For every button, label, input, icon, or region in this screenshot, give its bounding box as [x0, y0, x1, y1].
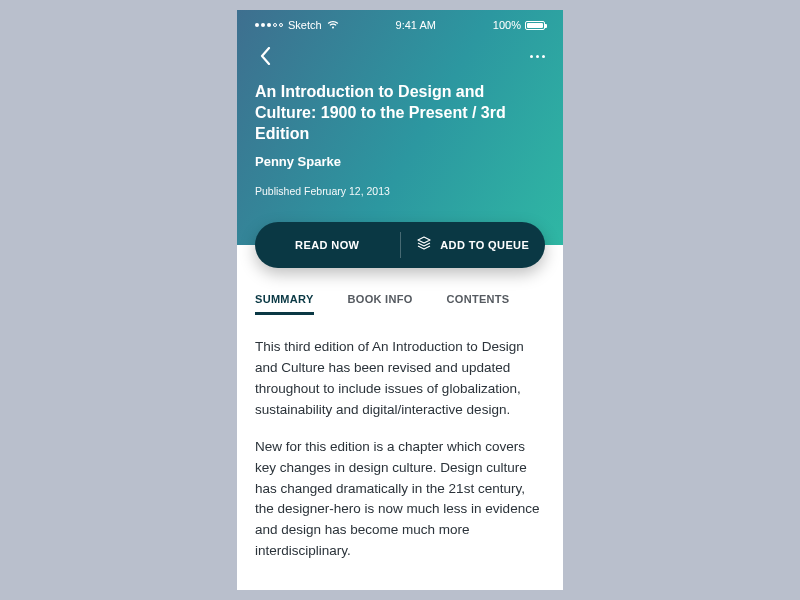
phone-frame: Sketch 9:41 AM 100% An Introduction to D… [237, 10, 563, 590]
tab-contents[interactable]: CONTENTS [447, 293, 510, 315]
more-button[interactable] [530, 49, 545, 64]
read-now-button[interactable]: READ NOW [255, 222, 400, 268]
tab-row: SUMMARY BOOK INFO CONTENTS [255, 293, 545, 315]
action-bar: READ NOW ADD TO QUEUE [255, 222, 545, 268]
summary-body: This third edition of An Introduction to… [255, 337, 545, 562]
add-to-queue-label: ADD TO QUEUE [440, 239, 529, 251]
hero-section: Sketch 9:41 AM 100% An Introduction to D… [237, 10, 563, 245]
book-author: Penny Sparke [255, 154, 545, 169]
read-now-label: READ NOW [295, 239, 359, 251]
content-area: SUMMARY BOOK INFO CONTENTS This third ed… [237, 245, 563, 590]
status-bar: Sketch 9:41 AM 100% [255, 16, 545, 34]
tab-summary[interactable]: SUMMARY [255, 293, 314, 315]
back-button[interactable] [255, 46, 275, 66]
add-to-queue-button[interactable]: ADD TO QUEUE [401, 222, 546, 268]
bottom-fade [237, 564, 563, 590]
book-published: Published February 12, 2013 [255, 185, 545, 197]
status-left: Sketch [255, 19, 339, 31]
book-title: An Introduction to Design and Culture: 1… [255, 82, 515, 144]
queue-icon [416, 236, 432, 254]
status-right: 100% [493, 19, 545, 31]
summary-paragraph: This third edition of An Introduction to… [255, 337, 545, 421]
signal-dots-icon [255, 23, 283, 27]
wifi-icon [327, 19, 339, 31]
summary-paragraph: New for this edition is a chapter which … [255, 437, 545, 563]
nav-row [255, 44, 545, 68]
battery-percent: 100% [493, 19, 521, 31]
status-time: 9:41 AM [396, 19, 436, 31]
tab-book-info[interactable]: BOOK INFO [348, 293, 413, 315]
battery-icon [525, 21, 545, 30]
carrier-label: Sketch [288, 19, 322, 31]
